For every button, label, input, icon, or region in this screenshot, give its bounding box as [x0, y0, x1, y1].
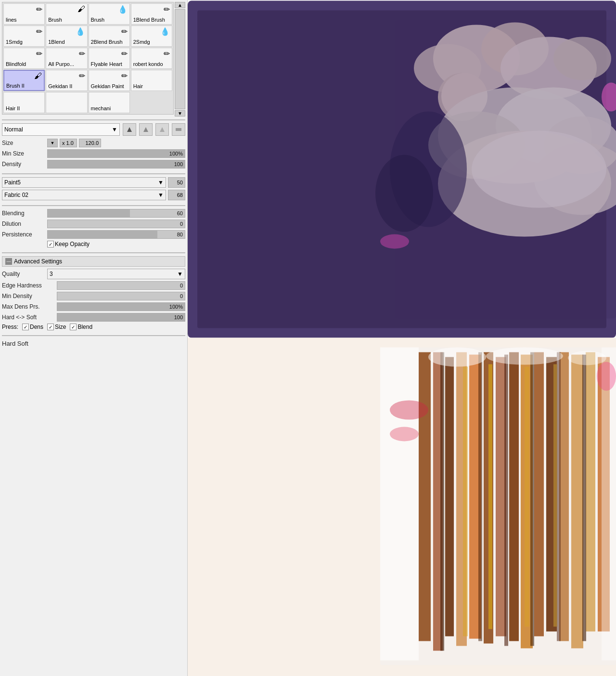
texture2-name: Fabric 02 — [4, 192, 28, 198]
press-size-item[interactable]: ✓ Size — [47, 324, 66, 330]
quality-row: Quailty 3 ▼ — [2, 269, 185, 279]
blend-mode-dropdown[interactable]: Normal ▼ — [2, 123, 120, 136]
keep-opacity-row: ✓ Keep Opacity — [2, 241, 185, 247]
hard-soft-footer-text: Hard Soft — [2, 340, 28, 347]
brush-cell-brush2[interactable]: 💧 Brush — [89, 3, 130, 25]
brush-cell-gekidanpaint[interactable]: ✏ Gekidan Paint — [89, 70, 130, 91]
hard-soft-slider[interactable]: 100 — [57, 313, 185, 322]
brush-cell-blindfold[interactable]: ✏ Blindfold — [3, 48, 45, 69]
min-size-slider[interactable]: 100% — [47, 149, 185, 158]
shape-btn-4[interactable] — [172, 123, 185, 136]
triangle-icon-2 — [142, 126, 149, 133]
brush-cell-1blend2[interactable]: 💧 1Blend — [46, 26, 87, 47]
press-blend-item[interactable]: ✓ Blend — [70, 324, 92, 330]
brush-cell-gekidan2[interactable]: ✏ Gekidan II — [46, 70, 87, 91]
brush-cell-1blend[interactable]: ✏ 1Blend Brush — [131, 3, 172, 25]
brush-cell-hair[interactable]: Hair — [131, 70, 172, 91]
max-dens-prs-slider[interactable]: 100% — [57, 302, 185, 311]
brush-cell-2smdg[interactable]: 💧 2Smdg — [131, 26, 172, 47]
brush-cell-2blend[interactable]: ✏ 2Blend Brush — [89, 26, 130, 47]
brush-cell-mechani[interactable]: mechani — [89, 92, 130, 113]
scroll-down-button[interactable]: ▼ — [175, 110, 185, 117]
painting-canvas[interactable] — [188, 0, 616, 676]
brush-icon-flyable: ✏ — [121, 49, 128, 58]
advanced-settings-header[interactable]: — Advanced Settings — [2, 256, 185, 267]
brush-cell-empty[interactable] — [46, 92, 87, 113]
quality-label: Quailty — [2, 271, 45, 277]
divider-5 — [2, 335, 185, 336]
svg-point-57 — [428, 348, 486, 367]
canvas-area[interactable] — [188, 0, 616, 676]
rect-icon — [175, 128, 182, 131]
shape-btn-1[interactable] — [123, 123, 136, 136]
svg-rect-29 — [445, 357, 454, 637]
min-density-label: Min Density — [2, 293, 55, 299]
brush-grid-wrapper: ✏ lines 🖌 Brush 💧 Brush ✏ 1Blend Brush ✏… — [2, 2, 185, 117]
scroll-up-button[interactable]: ▲ — [175, 2, 185, 8]
keep-opacity-checkbox[interactable]: ✓ — [47, 241, 54, 247]
brush-cell-flyable[interactable]: ✏ Flyable Heart — [89, 48, 130, 69]
shape-btn-2[interactable] — [139, 123, 153, 136]
svg-rect-46 — [440, 352, 444, 651]
persistence-slider[interactable]: 80 — [47, 230, 185, 239]
size-multiplier[interactable]: x 1.0 — [60, 139, 77, 147]
brush-cell-hair2[interactable]: Hair II — [3, 92, 45, 113]
texture1-arrow-icon: ▼ — [158, 179, 164, 186]
press-size-checkbox[interactable]: ✓ — [47, 324, 54, 330]
brush-name-hair: Hair — [133, 83, 143, 90]
brush-name-1blend2: 1Blend — [48, 39, 64, 45]
size-mini-dropdown[interactable]: ▼ — [47, 139, 58, 147]
svg-rect-39 — [571, 355, 583, 649]
brush-cell-allpurpose[interactable]: ✏ All Purpo... — [46, 48, 87, 69]
brush-name-gekidanpaint: Gekidan Paint — [91, 83, 124, 90]
brush-icon-1blend: ✏ — [164, 5, 170, 14]
brush-cell-lines[interactable]: ✏ lines — [3, 3, 45, 25]
svg-point-55 — [390, 427, 419, 442]
size-value[interactable]: 120.0 — [79, 139, 101, 147]
brush-icon-brush1: 🖌 — [77, 5, 85, 13]
dilution-value: 0 — [180, 220, 183, 228]
dilution-slider[interactable]: 0 — [47, 220, 185, 228]
brush-name-allpurpose: All Purpo... — [48, 61, 74, 67]
triangle-icon-3 — [159, 126, 166, 133]
edge-hardness-slider[interactable]: 0 — [57, 281, 185, 290]
brush-scroll-col: ▲ ▼ — [175, 2, 185, 117]
scroll-thumb[interactable] — [175, 9, 185, 109]
brush-cell-brush1[interactable]: 🖌 Brush — [46, 3, 87, 25]
brush-cell-brush-ii[interactable]: 🖌 Brush II — [3, 70, 45, 91]
quality-dropdown[interactable]: 3 ▼ — [47, 269, 185, 279]
brush-cell-1smdg[interactable]: ✏ 1Smdg — [3, 26, 45, 47]
divider-2 — [2, 173, 185, 174]
brush-cell-robertkondo[interactable]: ✏ robert kondo — [131, 48, 172, 69]
press-dens-item[interactable]: ✓ Dens — [22, 324, 43, 330]
svg-rect-27 — [419, 352, 431, 641]
advanced-settings-icon: — — [5, 258, 12, 265]
edge-hardness-value: 0 — [180, 282, 183, 289]
brush-grid: ✏ lines 🖌 Brush 💧 Brush ✏ 1Blend Brush ✏… — [2, 2, 174, 115]
min-density-slider[interactable]: 0 — [57, 292, 185, 300]
brush-name-lines: lines — [6, 17, 17, 23]
texture2-dropdown[interactable]: Fabric 02 ▼ — [2, 190, 166, 200]
brush-name-2smdg: 2Smdg — [133, 39, 150, 45]
density-slider[interactable]: 100 — [47, 160, 185, 169]
brush-icon-2blend: ✏ — [121, 27, 128, 36]
brush-name-brush-ii: Brush II — [6, 83, 25, 89]
svg-rect-42 — [463, 367, 468, 637]
press-blend-checkbox[interactable]: ✓ — [70, 324, 77, 330]
svg-marker-0 — [127, 127, 132, 132]
blend-mode-row: Normal ▼ — [2, 123, 185, 136]
keep-opacity-checkbox-item[interactable]: ✓ Keep Opacity — [47, 241, 90, 247]
texture2-value: 68 — [168, 190, 185, 200]
brush-name-1smdg: 1Smdg — [6, 39, 23, 45]
min-density-value: 0 — [180, 292, 183, 300]
svg-point-58 — [486, 348, 563, 365]
shape-btn-3[interactable] — [155, 123, 169, 136]
brush-name-blindfold: Blindfold — [6, 61, 26, 67]
texture1-dropdown[interactable]: Paint5 ▼ — [2, 177, 166, 188]
brush-icon-lines: ✏ — [36, 5, 42, 14]
press-dens-checkbox[interactable]: ✓ — [22, 324, 29, 330]
blending-slider[interactable]: 60 — [47, 209, 185, 218]
size-row: Size ▼ x 1.0 120.0 — [2, 139, 185, 147]
dilution-label: Dilution — [2, 221, 45, 227]
press-label: Press: — [2, 324, 18, 330]
